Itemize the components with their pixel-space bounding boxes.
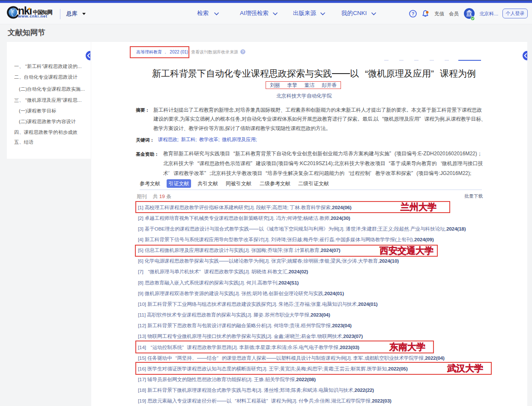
svg-text:?: ?	[412, 11, 415, 16]
svg-text:www.cnki.net: www.cnki.net	[18, 14, 48, 18]
svg-text:?: ?	[242, 50, 244, 54]
